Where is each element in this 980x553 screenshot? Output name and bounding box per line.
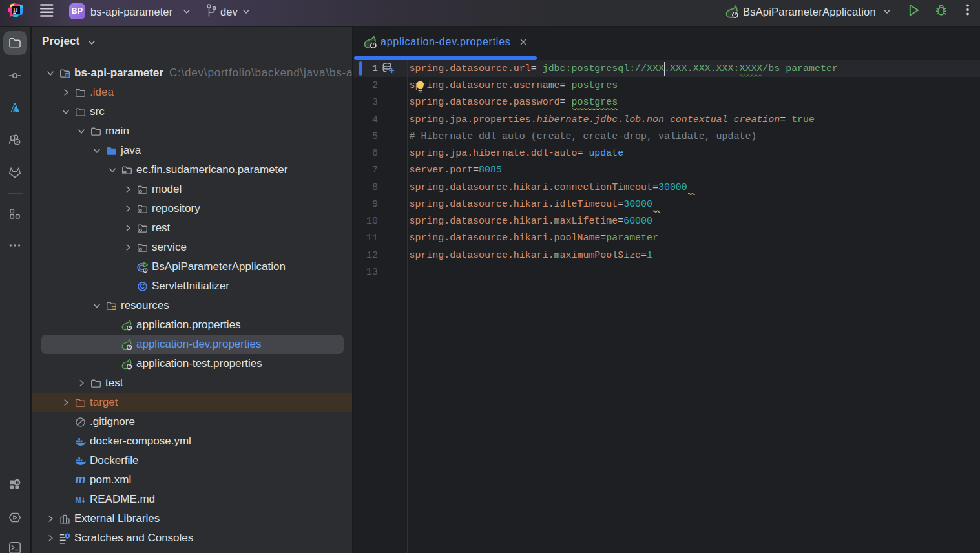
svg-text:M: M xyxy=(76,496,81,503)
svg-text:IJ: IJ xyxy=(13,7,17,13)
svg-text:C: C xyxy=(140,283,145,290)
svg-text:?: ? xyxy=(16,140,19,145)
